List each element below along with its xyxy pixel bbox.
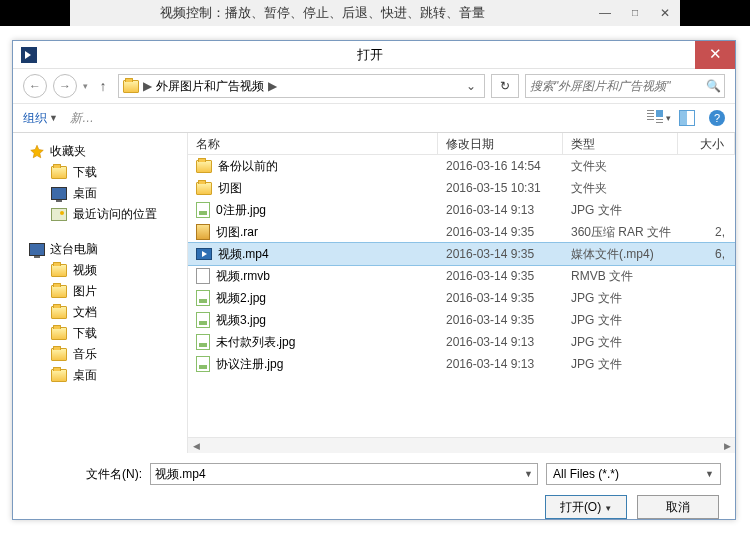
- dialog-title: 打开: [45, 46, 695, 64]
- file-date: 2016-03-14 9:35: [438, 313, 563, 327]
- file-date: 2016-03-14 9:35: [438, 247, 563, 261]
- file-row[interactable]: 视频2.jpg2016-03-14 9:35JPG 文件: [188, 287, 735, 309]
- desktop-icon: [51, 187, 67, 200]
- col-size[interactable]: 大小: [678, 133, 735, 154]
- col-name[interactable]: 名称: [188, 133, 438, 154]
- file-date: 2016-03-14 9:35: [438, 269, 563, 283]
- breadcrumb-folder[interactable]: 外屏图片和广告视频: [156, 78, 264, 95]
- file-type-icon: [196, 224, 210, 240]
- view-mode-button[interactable]: ▾: [643, 110, 675, 126]
- breadcrumb[interactable]: ▶ 外屏图片和广告视频 ▶ ⌄: [118, 74, 485, 98]
- sidebar-item-label: 桌面: [73, 185, 97, 202]
- open-button-label: 打开(O): [560, 500, 601, 514]
- parent-window-title: 视频控制：播放、暂停、停止、后退、快进、跳转、音量: [70, 0, 680, 26]
- sidebar-item-videos[interactable]: 视频: [13, 260, 187, 281]
- file-typetext: 360压缩 RAR 文件: [563, 224, 678, 241]
- sidebar-item-label: 最近访问的位置: [73, 206, 157, 223]
- refresh-button[interactable]: ↻: [491, 74, 519, 98]
- file-type-icon: [196, 312, 210, 328]
- file-type-icon: [196, 334, 210, 350]
- newfolder-button[interactable]: 新…: [70, 110, 94, 127]
- star-icon: [29, 144, 45, 159]
- folder-icon: [51, 285, 67, 298]
- file-date: 2016-03-15 10:31: [438, 181, 563, 195]
- file-row[interactable]: 视频.mp42016-03-14 9:35媒体文件(.mp4)6,: [188, 243, 735, 265]
- folder-icon: [51, 348, 67, 361]
- scroll-right-icon[interactable]: ▶: [719, 441, 735, 451]
- forward-button[interactable]: →: [53, 74, 77, 98]
- file-row[interactable]: 未付款列表.jpg2016-03-14 9:13JPG 文件: [188, 331, 735, 353]
- parent-close-button[interactable]: ✕: [650, 0, 680, 26]
- sidebar-item-label: 视频: [73, 262, 97, 279]
- chevron-down-icon[interactable]: ▼: [705, 469, 714, 479]
- sidebar-item-music[interactable]: 音乐: [13, 344, 187, 365]
- col-date[interactable]: 修改日期: [438, 133, 563, 154]
- sidebar-item-desktop[interactable]: 桌面: [13, 183, 187, 204]
- filename-combo[interactable]: 视频.mp4 ▼: [150, 463, 538, 485]
- file-name: 切图.rar: [216, 224, 258, 241]
- file-date: 2016-03-14 9:13: [438, 357, 563, 371]
- file-list[interactable]: 备份以前的2016-03-16 14:54文件夹切图2016-03-15 10:…: [188, 155, 735, 437]
- file-typetext: 媒体文件(.mp4): [563, 246, 678, 263]
- up-button[interactable]: ↑: [94, 78, 112, 94]
- file-pane: 名称 修改日期 类型 大小 备份以前的2016-03-16 14:54文件夹切图…: [188, 133, 735, 453]
- preview-pane-icon: [679, 110, 695, 126]
- sidebar-item-label: 图片: [73, 283, 97, 300]
- chevron-down-icon[interactable]: ▼: [524, 469, 533, 479]
- preview-pane-button[interactable]: [675, 110, 699, 126]
- search-box[interactable]: 🔍: [525, 74, 725, 98]
- filename-label: 文件名(N):: [27, 466, 142, 483]
- file-row[interactable]: 协议注册.jpg2016-03-14 9:13JPG 文件: [188, 353, 735, 375]
- sidebar-item-pictures[interactable]: 图片: [13, 281, 187, 302]
- column-headers[interactable]: 名称 修改日期 类型 大小: [188, 133, 735, 155]
- file-typetext: JPG 文件: [563, 312, 678, 329]
- folder-icon: [51, 327, 67, 340]
- help-button[interactable]: ?: [709, 110, 725, 126]
- file-row[interactable]: 切图2016-03-15 10:31文件夹: [188, 177, 735, 199]
- search-input[interactable]: [526, 79, 702, 93]
- file-size: 6,: [678, 247, 735, 261]
- filter-value: All Files (*.*): [553, 467, 619, 481]
- sidebar-item-label: 下载: [73, 164, 97, 181]
- list-view-icon: [647, 110, 663, 126]
- back-button[interactable]: ←: [23, 74, 47, 98]
- horizontal-scrollbar[interactable]: ◀ ▶: [188, 437, 735, 453]
- organize-button[interactable]: 组织: [23, 110, 47, 127]
- sidebar-item-recent[interactable]: 最近访问的位置: [13, 204, 187, 225]
- sidebar-favorites-label: 收藏夹: [50, 143, 86, 160]
- file-row[interactable]: 备份以前的2016-03-16 14:54文件夹: [188, 155, 735, 177]
- col-type[interactable]: 类型: [563, 133, 678, 154]
- breadcrumb-dropdown[interactable]: ⌄: [462, 79, 480, 93]
- file-typetext: JPG 文件: [563, 356, 678, 373]
- file-typetext: JPG 文件: [563, 290, 678, 307]
- organize-dropdown-icon[interactable]: ▼: [49, 113, 58, 123]
- file-typetext: JPG 文件: [563, 202, 678, 219]
- file-date: 2016-03-14 9:35: [438, 291, 563, 305]
- sidebar-item-documents[interactable]: 文档: [13, 302, 187, 323]
- file-type-icon: [196, 248, 212, 260]
- folder-icon: [51, 264, 67, 277]
- parent-minimize-button[interactable]: —: [590, 0, 620, 26]
- file-row[interactable]: 切图.rar2016-03-14 9:35360压缩 RAR 文件2,: [188, 221, 735, 243]
- open-button[interactable]: 打开(O)▼: [545, 495, 627, 519]
- sidebar-item-desktop2[interactable]: 桌面: [13, 365, 187, 386]
- parent-maximize-button[interactable]: □: [620, 0, 650, 26]
- search-icon[interactable]: 🔍: [702, 79, 724, 93]
- parent-window-titlebar: 视频控制：播放、暂停、停止、后退、快进、跳转、音量 — □ ✕: [0, 0, 750, 26]
- sidebar-thispc[interactable]: 这台电脑: [13, 239, 187, 260]
- cancel-button[interactable]: 取消: [637, 495, 719, 519]
- file-typetext: RMVB 文件: [563, 268, 678, 285]
- filetype-filter[interactable]: All Files (*.*) ▼: [546, 463, 721, 485]
- file-row[interactable]: 视频.rmvb2016-03-14 9:35RMVB 文件: [188, 265, 735, 287]
- sidebar-item-downloads2[interactable]: 下载: [13, 323, 187, 344]
- sidebar-item-downloads[interactable]: 下载: [13, 162, 187, 183]
- file-row[interactable]: 0注册.jpg2016-03-14 9:13JPG 文件: [188, 199, 735, 221]
- sidebar-item-label: 桌面: [73, 367, 97, 384]
- folder-icon: [123, 80, 139, 93]
- scroll-left-icon[interactable]: ◀: [188, 441, 204, 451]
- chevron-down-icon: ▾: [666, 113, 671, 123]
- file-row[interactable]: 视频3.jpg2016-03-14 9:35JPG 文件: [188, 309, 735, 331]
- dialog-close-button[interactable]: ✕: [695, 41, 735, 69]
- sidebar-favorites[interactable]: 收藏夹: [13, 141, 187, 162]
- file-name: 视频.rmvb: [216, 268, 270, 285]
